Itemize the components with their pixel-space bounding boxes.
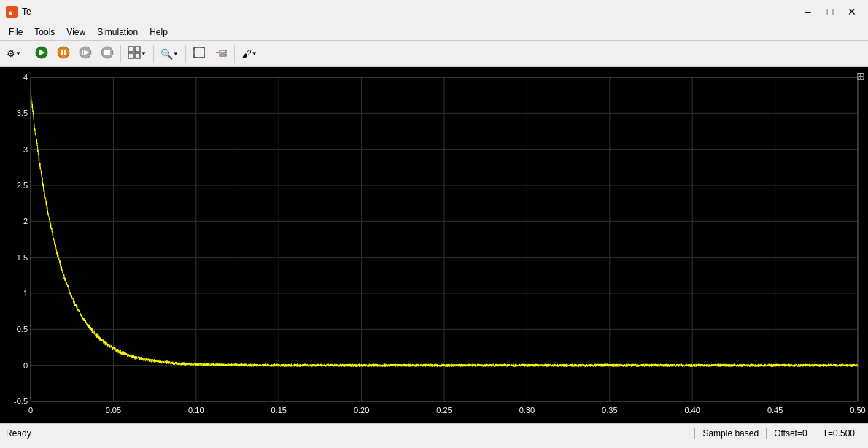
dropdown-arrow-2: ▼ [141,50,147,57]
dropdown-arrow-3: ▼ [173,50,179,57]
stop-button[interactable] [97,44,117,64]
stop-icon [101,46,114,61]
zoom-button[interactable]: 🔍 ▼ [157,44,182,64]
dropdown-arrow-4: ▼ [252,50,257,57]
model-browser-icon [128,46,141,61]
svg-rect-26 [220,50,226,53]
svg-rect-6 [64,50,66,55]
svg-point-4 [58,47,69,58]
svg-rect-15 [135,53,140,58]
run-button[interactable] [53,44,74,64]
plot-canvas [0,67,868,423]
menu-file[interactable]: File [3,26,28,39]
settings-icon: ⚙ [7,48,15,59]
status-offset: Offset=0 [766,428,814,439]
toolbar-separator-1 [28,45,28,63]
legend-button[interactable] [211,44,231,64]
minimize-button[interactable]: – [798,4,818,20]
svg-rect-27 [220,54,226,56]
window-title: Te [22,7,31,17]
svg-rect-13 [135,47,140,52]
svg-rect-14 [128,53,133,58]
toolbar: ⚙ ▼ [0,41,868,67]
svg-rect-16 [194,47,204,58]
legend-icon [214,46,228,61]
settings-button[interactable]: ⚙ ▼ [3,44,25,64]
open-button[interactable] [31,44,52,64]
toolbar-separator-3 [153,45,154,63]
title-bar: ▲ Te – □ ✕ [0,0,868,23]
svg-rect-12 [128,47,133,52]
toolbar-separator-5 [234,45,235,63]
step-icon [79,46,92,61]
svg-text:▲: ▲ [7,9,14,16]
style-button[interactable]: 🖌 ▼ [238,44,261,64]
open-icon [35,46,48,61]
fit-icon [193,46,206,61]
status-right-section: Sample based Offset=0 T=0.500 [694,428,862,439]
status-time: T=0.500 [815,428,862,439]
step-button[interactable] [75,44,96,64]
style-icon: 🖌 [241,48,252,60]
menu-bar: File Tools View Simulation Help [0,23,868,41]
svg-rect-5 [61,50,63,55]
matlab-icon: ▲ [6,6,18,18]
svg-rect-8 [82,50,83,55]
window-controls: – □ ✕ [798,4,862,20]
status-sample-based: Sample based [694,428,766,439]
expand-icon[interactable]: ⊞ [856,70,865,82]
toolbar-separator-2 [120,45,121,63]
menu-view[interactable]: View [61,26,91,39]
run-icon [57,46,70,61]
menu-help[interactable]: Help [144,26,174,39]
zoom-icon: 🔍 [160,48,173,60]
chart-area: ⊞ [0,67,868,423]
maximize-button[interactable]: □ [820,4,840,20]
close-button[interactable]: ✕ [842,4,862,20]
toolbar-separator-4 [185,45,186,63]
status-ready: Ready [6,428,31,439]
fit-button[interactable] [189,44,209,64]
menu-simulation[interactable]: Simulation [91,26,144,39]
dropdown-arrow: ▼ [15,50,21,57]
status-bar: Ready Sample based Offset=0 T=0.500 [0,423,868,442]
model-browser-button[interactable]: ▼ [124,44,150,64]
menu-tools[interactable]: Tools [28,26,61,39]
svg-rect-11 [104,50,110,55]
